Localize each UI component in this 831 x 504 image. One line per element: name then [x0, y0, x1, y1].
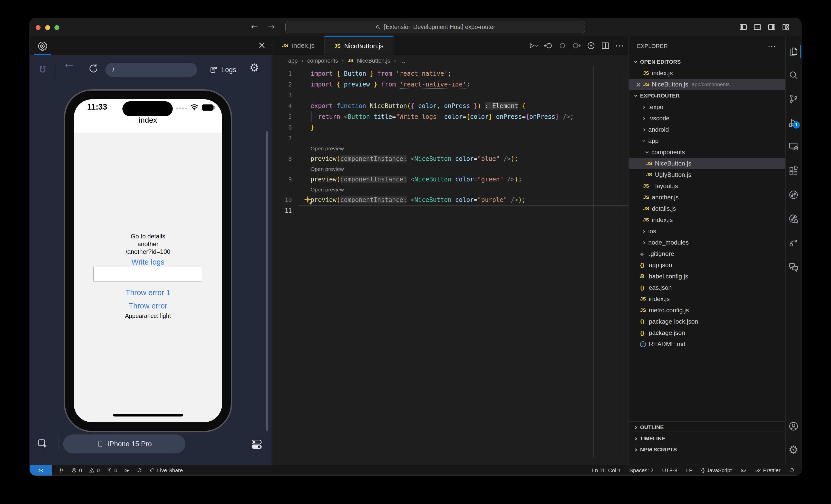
magnet-icon[interactable] [36, 64, 49, 76]
text-input[interactable] [93, 267, 202, 281]
tree-file-UglyButton.js[interactable]: JSUglyButton.js [629, 169, 785, 180]
close-icon[interactable]: × [632, 81, 643, 88]
logs-button[interactable]: Logs [209, 63, 236, 76]
close-panel-icon[interactable]: × [258, 39, 266, 51]
open-editor-item[interactable]: JSindex.js [629, 67, 785, 79]
radon-inspector-view-icon[interactable] [788, 213, 799, 224]
sidebar-section-outline[interactable]: ›OUTLINE [629, 421, 785, 433]
status-eol[interactable]: LF [686, 467, 692, 473]
close-window-button[interactable] [36, 25, 40, 30]
breadcrumb-file[interactable]: NiceButton.js [357, 58, 390, 64]
source-control-view-icon[interactable] [788, 93, 799, 104]
tree-folder-.expo[interactable]: ›.expo [629, 101, 785, 113]
tab-nicebutton-js[interactable]: JS NiceButton.js [325, 36, 394, 55]
remote-indicator[interactable] [30, 465, 52, 476]
status-copilot[interactable] [740, 467, 746, 473]
sidebar-section-timeline[interactable]: ›TIMELINE [629, 433, 785, 444]
status-sync[interactable] [137, 467, 142, 473]
throw-error-button[interactable]: Throw error [74, 302, 222, 310]
history-back-button[interactable]: ← [251, 22, 258, 32]
accounts-icon[interactable] [788, 421, 799, 432]
go-back-icon[interactable] [543, 41, 552, 50]
tree-file-package.json[interactable]: {}package.json [629, 327, 785, 338]
tree-file-NiceButton.js[interactable]: JSNiceButton.js [629, 158, 785, 169]
code-line-2[interactable]: 2import { preview } from 'react-native-i… [272, 79, 629, 90]
status-indentation[interactable]: Spaces: 2 [629, 467, 653, 473]
status-language-mode[interactable]: {}JavaScript [701, 467, 732, 473]
code-line-1[interactable]: 1import { Button } from 'react-native'; [272, 68, 629, 79]
breadcrumb-components[interactable]: components [307, 58, 338, 64]
split-editor-icon[interactable] [601, 41, 610, 50]
codelens-open-preview[interactable]: Open preview [272, 185, 629, 195]
code-line-9[interactable]: 9preview(componentInstance: <NiceButton … [272, 174, 629, 185]
toggle-sidebar-left-icon[interactable] [739, 23, 748, 31]
phone-screen[interactable]: 11:33 index Go to details another /anoth… [74, 99, 222, 422]
open-editors-section[interactable]: › OPEN EDITORS [629, 56, 785, 67]
breadcrumb-symbol[interactable]: … [400, 58, 405, 64]
tree-folder-app[interactable]: ›app [629, 135, 785, 147]
live-share-view-icon[interactable] [788, 238, 799, 248]
device-select-button[interactable]: iPhone 15 Pro [63, 435, 185, 453]
inspect-element-icon[interactable] [37, 438, 49, 450]
tree-file-README.md[interactable]: iREADME.md [629, 338, 785, 350]
radon-devtools-view-icon[interactable] [788, 189, 799, 200]
code-line-7[interactable]: 7 [272, 133, 629, 144]
code-line-6[interactable]: 6} [272, 122, 629, 133]
open-editor-item[interactable]: ×JSNiceButton.jsapp/components [629, 79, 785, 90]
status-source-control-graph[interactable] [58, 467, 64, 473]
status-warnings[interactable]: 0 [89, 467, 100, 473]
code-line-3[interactable]: 3 [272, 90, 629, 100]
tree-file-metro.config.js[interactable]: JSmetro.config.js [629, 305, 785, 316]
remote-explorer-view-icon[interactable] [788, 141, 799, 152]
status-live-share[interactable]: Live Share [149, 467, 183, 473]
command-center[interactable]: [Extension Development Host] expo-router [285, 21, 585, 33]
workspace-root-section[interactable]: › EXPO-ROUTER [629, 90, 785, 101]
panel-scrollbar[interactable] [266, 131, 268, 432]
write-logs-button[interactable]: Write logs [74, 258, 222, 266]
code-line-4[interactable]: 4export function NiceButton({ color, onP… [272, 100, 629, 111]
status-prettier[interactable]: Prettier [755, 467, 780, 473]
settings-gear-icon[interactable]: ⚙ [788, 444, 799, 455]
tree-folder-ios[interactable]: ›ios [629, 226, 785, 237]
sidebar-section-npm-scripts[interactable]: ›NPM SCRIPTS [629, 444, 785, 455]
status-errors[interactable]: 0 [71, 467, 82, 473]
link-another-id[interactable]: /another?id=100 [74, 248, 222, 255]
codelens-open-preview[interactable]: Open preview [272, 144, 629, 153]
tree-file-package-lock.json[interactable]: {}package-lock.json [629, 316, 785, 327]
explorer-view-icon[interactable] [788, 46, 799, 57]
link-another[interactable]: another [74, 240, 222, 248]
minimize-window-button[interactable] [45, 25, 50, 30]
tree-file-eas.json[interactable]: {}eas.json [629, 282, 785, 293]
history-forward-button[interactable]: → [268, 22, 275, 32]
tree-folder-android[interactable]: ›android [629, 124, 785, 135]
codelens-open-preview[interactable]: Open preview [272, 164, 629, 174]
search-view-icon[interactable] [788, 70, 799, 81]
tree-folder-node_modules[interactable]: ›node_modules [629, 237, 785, 248]
throw-error-1-button[interactable]: Throw error 1 [74, 289, 222, 297]
radon-ide-tab[interactable] [34, 38, 51, 54]
status-debug[interactable] [124, 467, 130, 473]
run-file-icon[interactable] [529, 41, 538, 50]
tree-file-.gitignore[interactable]: ◆.gitignore [629, 248, 785, 260]
code-line-8[interactable]: 8preview(componentInstance: <NiceButton … [272, 153, 629, 164]
extensions-view-icon[interactable] [788, 165, 799, 176]
copilot-sparkle-icon[interactable] [303, 195, 313, 205]
go-forward-icon[interactable] [572, 41, 581, 50]
device-settings-gear-icon[interactable]: ⚙ [250, 61, 259, 74]
tree-file-index.js[interactable]: JSindex.js [629, 214, 785, 226]
reload-icon[interactable] [88, 63, 99, 74]
nav-location-icon[interactable] [558, 41, 567, 50]
customize-layout-icon[interactable] [781, 23, 790, 31]
tree-file-babel.config.js[interactable]: Bbabel.config.js [629, 271, 785, 282]
tree-file-details.js[interactable]: JSdetails.js [629, 203, 785, 214]
device-settings-toggles-icon[interactable] [251, 439, 262, 450]
link-go-to-details[interactable]: Go to details [74, 233, 222, 240]
tree-folder-components[interactable]: ›components [629, 147, 785, 158]
status-encoding[interactable]: UTF-8 [662, 467, 678, 473]
tree-file-index.js[interactable]: JSindex.js [629, 293, 785, 305]
tree-file-_layout.js[interactable]: JS_layout.js [629, 180, 785, 192]
code-line-11[interactable]: 11 [272, 205, 629, 216]
comments-view-icon[interactable] [788, 262, 799, 272]
more-actions-icon[interactable]: ⋯ [615, 40, 624, 51]
status-cursor-position[interactable]: Ln 11, Col 1 [592, 467, 621, 473]
